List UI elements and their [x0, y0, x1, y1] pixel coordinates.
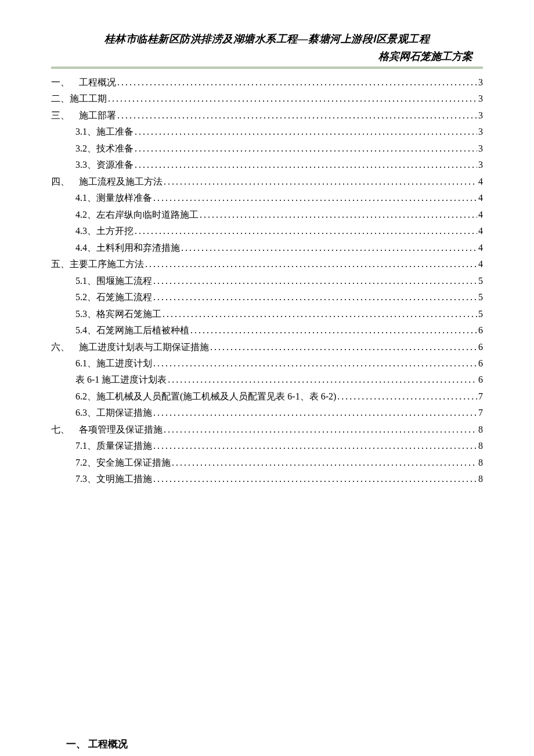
toc-entry[interactable]: 4.1、测量放样准备 4 — [51, 190, 483, 206]
toc-entry-label: 4.1、测量放样准备 — [75, 190, 152, 206]
toc-entry[interactable]: 6.3、工期保证措施 7 — [51, 405, 483, 421]
toc-entry-page: 4 — [478, 256, 483, 272]
toc-entry-label: 5.1、围堰施工流程 — [75, 273, 152, 289]
toc-entry-label: 表 6-1 施工进度计划表 — [75, 372, 167, 388]
toc-entry[interactable]: 6.1、施工进度计划 6 — [51, 355, 483, 372]
toc-entry[interactable]: 5.1、围堰施工流程 5 — [51, 273, 483, 289]
toc-entry-page: 3 — [478, 141, 483, 157]
body-section: 一、 工程概况 桂林市临桂新区防洪排涝及湖塘水系工程主要由湖塘工程、防洪排涝工程… — [51, 737, 483, 756]
toc-entry[interactable]: 4.4、土料利用和弃渣措施 4 — [51, 240, 483, 256]
toc-entry-page: 4 — [478, 190, 483, 206]
toc-entry-label: 7.2、安全施工保证措施 — [75, 455, 171, 471]
toc-entry[interactable]: 四、 施工流程及施工方法4 — [51, 174, 483, 190]
toc-entry-label: 四、 施工流程及施工方法 — [51, 174, 163, 190]
toc-entry-label: 五、主要工序施工方法 — [51, 256, 144, 272]
header-divider — [51, 67, 483, 69]
toc-entry[interactable]: 七、 各项管理及保证措施8 — [51, 422, 483, 438]
toc-leader-dots — [153, 355, 477, 372]
toc-leader-dots — [337, 388, 477, 405]
toc-entry-label: 3.1、施工准备 — [75, 124, 134, 140]
toc-entry-page: 6 — [478, 372, 483, 388]
toc-entry-page: 3 — [478, 157, 483, 173]
toc-entry-page: 6 — [478, 339, 483, 355]
toc-entry-page: 8 — [478, 455, 483, 471]
toc-leader-dots — [172, 455, 477, 471]
toc-entry-page: 3 — [478, 74, 483, 91]
toc-entry[interactable]: 五、主要工序施工方法4 — [51, 256, 483, 272]
toc-entry-label: 二、施工工期 — [51, 91, 107, 107]
toc-entry[interactable]: 5.2、石笼施工流程 5 — [51, 289, 483, 305]
document-page: 桂林市临桂新区防洪排涝及湖塘水系工程—蔡塘河上游段Ⅰ区景观工程 格宾网石笼施工方… — [0, 0, 534, 756]
toc-leader-dots — [164, 174, 477, 190]
table-of-contents: 一、 工程概况3二、施工工期3三、 施工部署33.1、施工准备 33.2、技术准… — [51, 74, 483, 488]
toc-entry-page: 4 — [478, 174, 483, 190]
toc-leader-dots — [108, 91, 477, 107]
header-title-line1: 桂林市临桂新区防洪排涝及湖塘水系工程—蔡塘河上游段Ⅰ区景观工程 — [51, 32, 483, 46]
toc-leader-dots — [200, 207, 477, 223]
toc-entry-page: 5 — [478, 273, 483, 289]
toc-entry[interactable]: 3.2、技术准备 3 — [51, 141, 483, 157]
toc-leader-dots — [153, 471, 477, 487]
toc-leader-dots — [164, 422, 477, 438]
toc-leader-dots — [153, 405, 477, 421]
toc-entry[interactable]: 7.3、文明施工措施 8 — [51, 471, 483, 487]
toc-entry-label: 6.1、施工进度计划 — [75, 355, 152, 372]
toc-entry-label: 3.2、技术准备 — [75, 141, 134, 157]
toc-entry-page: 8 — [478, 438, 483, 454]
toc-entry-label: 5.2、石笼施工流程 — [75, 289, 152, 305]
toc-leader-dots — [135, 157, 477, 173]
toc-leader-dots — [135, 124, 477, 140]
toc-entry-label: 3.3、资源准备 — [75, 157, 134, 173]
toc-entry[interactable]: 二、施工工期3 — [51, 91, 483, 107]
toc-entry[interactable]: 7.2、安全施工保证措施 8 — [51, 455, 483, 471]
toc-entry[interactable]: 六、 施工进度计划表与工期保证措施6 — [51, 339, 483, 355]
toc-leader-dots — [153, 273, 477, 289]
toc-entry-label: 六、 施工进度计划表与工期保证措施 — [51, 339, 209, 355]
toc-entry-label: 6.3、工期保证措施 — [75, 405, 152, 421]
toc-entry-label: 4.2、左右岸纵向临时道路施工 — [75, 207, 199, 223]
toc-entry-label: 5.3、格宾网石笼施工 — [75, 306, 161, 322]
toc-entry-label: 七、 各项管理及保证措施 — [51, 422, 163, 438]
toc-entry-label: 一、 工程概况 — [51, 74, 116, 91]
toc-entry[interactable]: 3.3、资源准备 3 — [51, 157, 483, 173]
toc-leader-dots — [181, 240, 477, 256]
header-title-line2: 格宾网石笼施工方案 — [51, 49, 483, 63]
toc-entry[interactable]: 4.3、土方开挖 4 — [51, 223, 483, 239]
toc-entry-page: 3 — [478, 91, 483, 107]
toc-entry-page: 7 — [478, 388, 483, 405]
toc-leader-dots — [210, 339, 477, 355]
section-heading: 一、 工程概况 — [51, 737, 483, 751]
page-header: 桂林市临桂新区防洪排涝及湖塘水系工程—蔡塘河上游段Ⅰ区景观工程 格宾网石笼施工方… — [51, 32, 483, 63]
toc-entry[interactable]: 6.2、施工机械及人员配置(施工机械及人员配置见表 6-1、表 6-2) 7 — [51, 388, 483, 405]
toc-leader-dots — [145, 256, 477, 272]
toc-leader-dots — [117, 74, 477, 91]
toc-leader-dots — [153, 289, 477, 305]
toc-entry[interactable]: 7.1、质量保证措施 8 — [51, 438, 483, 454]
toc-entry-page: 4 — [478, 207, 483, 223]
toc-entry-page: 6 — [478, 322, 483, 339]
toc-entry[interactable]: 一、 工程概况3 — [51, 74, 483, 91]
toc-leader-dots — [163, 306, 477, 322]
toc-entry-page: 3 — [478, 107, 483, 124]
toc-entry-label: 6.2、施工机械及人员配置(施工机械及人员配置见表 6-1、表 6-2) — [75, 388, 336, 405]
toc-entry[interactable]: 4.2、左右岸纵向临时道路施工 4 — [51, 207, 483, 223]
toc-entry-label: 4.3、土方开挖 — [75, 223, 134, 239]
toc-entry[interactable]: 5.4、石笼网施工后植被种植 6 — [51, 322, 483, 339]
toc-entry-page: 5 — [478, 306, 483, 322]
toc-entry-label: 4.4、土料利用和弃渣措施 — [75, 240, 180, 256]
toc-entry-page: 3 — [478, 124, 483, 140]
toc-entry-page: 8 — [478, 422, 483, 438]
toc-entry-page: 8 — [478, 471, 483, 487]
toc-entry-label: 7.1、质量保证措施 — [75, 438, 152, 454]
toc-entry-label: 三、 施工部署 — [51, 107, 116, 124]
toc-entry-label: 5.4、石笼网施工后植被种植 — [75, 322, 189, 339]
toc-entry[interactable]: 5.3、格宾网石笼施工 5 — [51, 306, 483, 322]
toc-entry[interactable]: 表 6-1 施工进度计划表6 — [51, 372, 483, 388]
toc-entry-page: 7 — [478, 405, 483, 421]
toc-entry-label: 7.3、文明施工措施 — [75, 471, 152, 487]
toc-entry-page: 6 — [478, 355, 483, 372]
toc-entry[interactable]: 3.1、施工准备 3 — [51, 124, 483, 140]
toc-entry-page: 5 — [478, 289, 483, 305]
toc-leader-dots — [153, 438, 477, 454]
toc-entry[interactable]: 三、 施工部署3 — [51, 107, 483, 124]
